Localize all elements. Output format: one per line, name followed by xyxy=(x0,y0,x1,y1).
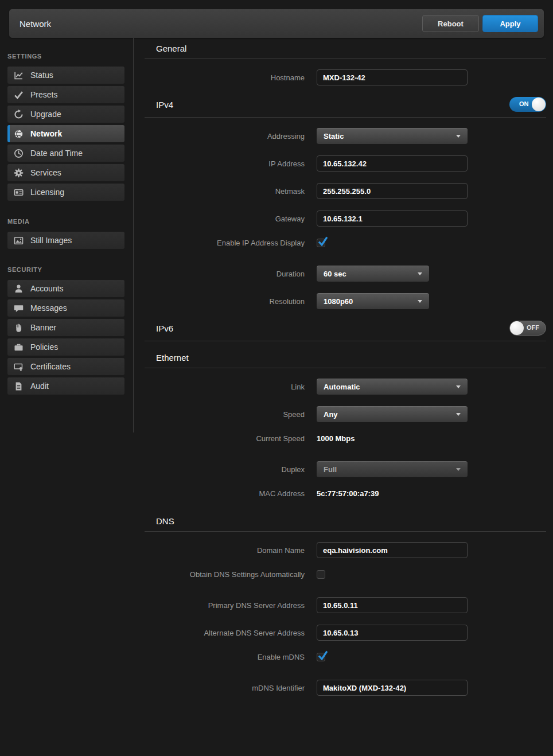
speed-label: Speed xyxy=(145,410,317,419)
section-title-ethernet: Ethernet xyxy=(156,353,189,363)
sidebar-item-services[interactable]: Services xyxy=(7,164,124,181)
gear-icon xyxy=(14,168,24,178)
section-title-general: General xyxy=(156,44,186,53)
netmask-label: Netmask xyxy=(145,187,317,196)
enable-ip-display-checkbox[interactable] xyxy=(317,239,325,247)
obtain-dns-label: Obtain DNS Settings Automatically xyxy=(145,570,317,579)
refresh-icon xyxy=(14,110,24,119)
domain-name-input[interactable] xyxy=(317,542,468,558)
primary-dns-input[interactable] xyxy=(317,597,468,613)
addressing-label: Addressing xyxy=(145,132,317,141)
alternate-dns-label: Alternate DNS Server Address xyxy=(145,629,317,637)
sidebar-item-certificates[interactable]: Certificates xyxy=(7,358,124,375)
dropdown-caret-icon xyxy=(456,468,461,471)
sidebar-section-settings: SETTINGS xyxy=(7,53,124,60)
sidebar-item-messages[interactable]: Messages xyxy=(7,299,124,317)
sidebar-item-banner[interactable]: Banner xyxy=(7,319,124,336)
current-speed-value: 1000 Mbps xyxy=(317,434,355,443)
section-title-dns: DNS xyxy=(156,516,174,526)
clock-icon xyxy=(14,149,24,158)
hand-icon xyxy=(14,323,24,333)
gateway-input[interactable] xyxy=(317,211,468,227)
checkmark-icon xyxy=(14,90,24,100)
sidebar-item-date-and-time[interactable]: Date and Time xyxy=(7,145,124,162)
sidebar-item-still-images[interactable]: Still Images xyxy=(7,232,124,249)
section-general: General Hostname xyxy=(145,44,546,85)
obtain-dns-checkbox[interactable] xyxy=(317,570,325,579)
resolution-label: Resolution xyxy=(145,297,317,306)
section-title-ipv4: IPv4 xyxy=(156,100,173,110)
mac-address-label: MAC Address xyxy=(145,489,317,498)
alternate-dns-input[interactable] xyxy=(317,625,468,641)
link-label: Link xyxy=(145,383,317,391)
briefcase-icon xyxy=(14,342,24,352)
sidebar-item-status[interactable]: Status xyxy=(7,67,124,84)
section-ethernet: Ethernet Link Automatic Speed Any xyxy=(145,353,546,498)
mac-address-value: 5c:77:57:00:a7:39 xyxy=(317,489,379,498)
speed-select[interactable]: Any xyxy=(317,406,468,422)
document-icon xyxy=(14,381,24,391)
check-icon xyxy=(317,236,329,248)
ip-address-label: IP Address xyxy=(145,159,317,168)
dropdown-caret-icon xyxy=(418,300,422,303)
image-icon xyxy=(14,236,24,245)
dropdown-caret-icon xyxy=(418,272,422,275)
sidebar-item-licensing[interactable]: Licensing xyxy=(7,184,124,201)
sidebar-item-accounts[interactable]: Accounts xyxy=(7,280,124,297)
ip-address-input[interactable] xyxy=(317,155,468,172)
dropdown-caret-icon xyxy=(456,385,461,388)
toggle-knob xyxy=(532,98,546,111)
enable-mdns-checkbox[interactable] xyxy=(317,653,325,661)
license-card-icon xyxy=(14,188,24,197)
sidebar-item-policies[interactable]: Policies xyxy=(7,338,124,356)
gateway-label: Gateway xyxy=(145,215,317,223)
sidebar-section-security: SECURITY xyxy=(7,266,124,273)
sidebar-item-network[interactable]: Network xyxy=(7,125,124,142)
hostname-input[interactable] xyxy=(317,69,468,85)
person-icon xyxy=(14,284,24,294)
apply-button[interactable]: Apply xyxy=(482,15,538,32)
header-bar: Network Reboot Apply xyxy=(9,9,544,38)
resolution-select[interactable]: 1080p60 xyxy=(317,293,429,309)
sidebar: SETTINGS Status Presets Upgrade Network xyxy=(0,38,133,707)
section-title-ipv6: IPv6 xyxy=(156,324,173,333)
addressing-select[interactable]: Static xyxy=(317,128,468,144)
dropdown-caret-icon xyxy=(456,135,461,138)
status-chart-icon xyxy=(14,71,24,80)
primary-dns-label: Primary DNS Server Address xyxy=(145,601,317,610)
speech-bubble-icon xyxy=(14,303,24,313)
sidebar-item-presets[interactable]: Presets xyxy=(7,86,124,103)
duration-label: Duration xyxy=(145,270,317,278)
current-speed-label: Current Speed xyxy=(145,434,317,443)
netmask-input[interactable] xyxy=(317,183,468,199)
check-icon xyxy=(317,650,329,662)
sidebar-item-audit[interactable]: Audit xyxy=(7,377,124,395)
dropdown-caret-icon xyxy=(456,413,461,416)
domain-name-label: Domain Name xyxy=(145,546,317,555)
section-ipv6: IPv6 OFF xyxy=(145,321,546,341)
enable-ip-display-label: Enable IP Address Display xyxy=(145,239,317,247)
link-select[interactable]: Automatic xyxy=(317,379,468,395)
sidebar-item-upgrade[interactable]: Upgrade xyxy=(7,106,124,123)
certificate-icon xyxy=(14,362,24,372)
duplex-select: Full xyxy=(317,461,468,477)
enable-mdns-label: Enable mDNS xyxy=(145,653,317,661)
mdns-identifier-input[interactable] xyxy=(317,680,468,696)
ipv4-toggle[interactable]: ON xyxy=(509,97,546,112)
mdns-identifier-label: mDNS Identifier xyxy=(145,684,317,692)
sidebar-section-media: MEDIA xyxy=(7,218,124,225)
globe-icon xyxy=(14,129,24,139)
duplex-label: Duplex xyxy=(145,465,317,474)
section-ipv4: IPv4 ON Addressing Static IP Address xyxy=(145,97,546,309)
ipv6-toggle[interactable]: OFF xyxy=(509,321,546,336)
reboot-button[interactable]: Reboot xyxy=(422,15,479,32)
hostname-label: Hostname xyxy=(145,73,317,82)
page-title: Network xyxy=(20,19,422,29)
toggle-knob xyxy=(510,321,524,335)
section-dns: DNS Domain Name Obtain DNS Settings Auto… xyxy=(145,516,546,696)
main-content: General Hostname IPv4 ON Addressing xyxy=(133,38,553,707)
duration-select[interactable]: 60 sec xyxy=(317,266,429,282)
